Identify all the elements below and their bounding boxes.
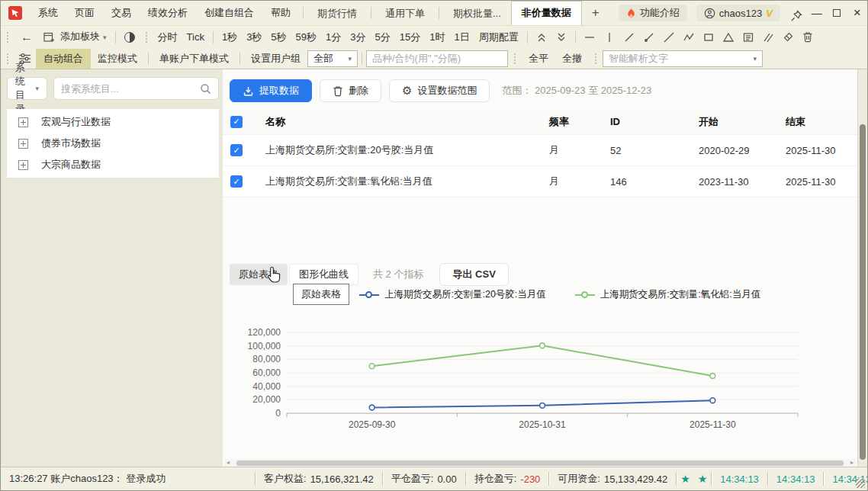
scroll-left-icon[interactable]: ◂ [227,459,230,467]
minimize-button[interactable]: — [806,1,827,25]
extract-data-button[interactable]: 提取数据 [230,79,312,102]
period-button[interactable]: 1时 [425,26,449,49]
trash-tool-icon[interactable] [798,26,818,49]
monitor-mode-button[interactable]: 监控模式 [91,49,144,69]
eraser-tool-icon[interactable] [778,26,798,49]
user-account-button[interactable]: chaos123 V [696,5,780,21]
auto-combo-toggle[interactable]: 自动组合 [36,49,91,69]
collapse-down-icon[interactable] [551,26,571,49]
period-button[interactable]: 1日 [449,26,474,49]
horizontal-scrollbar[interactable]: ◂ ▸ [224,459,856,467]
window-tab[interactable]: 通用下单 [375,2,435,25]
chart-mode-button[interactable]: 分时 [153,26,182,49]
expand-plus-icon[interactable] [18,117,28,127]
tree-item[interactable]: 债券市场数据 [7,133,219,154]
add-panel-icon[interactable] [39,26,59,49]
triangle-tool-icon[interactable] [719,26,738,49]
toolbar-drag-handle[interactable] [513,53,517,65]
window-tab[interactable]: 期货行情 [307,2,367,25]
legend-item[interactable]: 上海期货交易所:交割量:氧化铝:当月值 [575,288,760,301]
tree-item[interactable]: 宏观与行业数据 [7,111,219,133]
symbol-filter-input[interactable] [366,50,508,67]
rectangle-tool-icon[interactable] [699,26,719,49]
cancel-all-button[interactable]: 全撤 [555,49,589,69]
menu-item[interactable]: 交易 [103,1,140,25]
maximize-icon [833,9,841,17]
add-panel-button[interactable]: 添加板块▾ [59,25,111,49]
row-checkbox[interactable]: ✓ [230,144,243,156]
window-tab[interactable]: 非价量数据 [511,1,582,25]
tab-graph-curve[interactable]: 图形化曲线 [289,264,358,285]
close-all-button[interactable]: 全平 [522,49,555,69]
new-tab-button[interactable]: + [582,5,609,21]
select-all-checkbox[interactable]: ✓ [230,116,243,128]
legend-marker-icon [575,291,595,298]
scroll-right-icon[interactable]: ▸ [850,459,854,467]
table-row[interactable]: ✓上海期货交易所:交割量:氧化铝:当月值月1462023-11-302025-1… [223,166,857,197]
polyline-tool-icon[interactable] [679,26,699,49]
segment-tool-icon[interactable] [659,26,679,49]
single-account-mode-button[interactable]: 单账户下单模式 [153,49,236,69]
vertical-scrollbar[interactable] [857,69,867,468]
pin-icon[interactable] [786,4,807,22]
user-group-select[interactable]: 全部 ▾ [307,50,358,67]
tree-item-label: 大宗商品数据 [41,158,101,172]
menu-item[interactable]: 创建自组合 [196,1,262,25]
smart-parse-input[interactable] [609,53,750,64]
mouse-cursor-icon [265,266,282,284]
delete-button[interactable]: 删除 [320,79,381,102]
menu-item[interactable]: 页面 [66,1,103,25]
period-button[interactable]: 5秒 [266,26,291,49]
title-bar: 系统页面交易绩效分析创建自组合帮助 期货行情通用下单期权批量...非价量数据 +… [1,1,867,25]
smart-parse-combo[interactable]: ▾ [603,50,763,67]
period-button[interactable]: 3秒 [242,26,266,49]
horizontal-scroll-thumb[interactable] [236,461,844,466]
period-button[interactable]: 1分 [321,26,346,49]
user-icon [704,8,715,19]
close-button[interactable]: × [847,1,867,25]
period-button[interactable]: 1秒 [217,26,242,49]
period-button[interactable]: 5分 [371,26,395,49]
export-csv-button[interactable]: 导出 CSV [439,263,508,286]
expand-plus-icon[interactable] [18,139,28,149]
trend-line-tool-icon[interactable] [619,26,639,49]
toolbar-drag-handle[interactable] [5,31,10,43]
collapse-up-icon[interactable] [532,26,551,49]
menu-item[interactable]: 绩效分析 [140,1,196,25]
period-button[interactable]: 3分 [346,26,370,49]
horizontal-line-tool-icon[interactable] [580,26,600,49]
toolbar-drag-handle[interactable] [144,31,149,43]
feature-intro-button[interactable]: 功能介绍 [619,5,687,21]
chart-mode-button[interactable]: Tick [182,26,209,49]
toolbar-drag-handle[interactable] [593,53,598,65]
period-button[interactable]: 59秒 [291,26,321,49]
chevron-down-icon: ▾ [753,55,757,63]
table-row[interactable]: ✓上海期货交易所:交割量:20号胶:当月值月522020-02-292025-1… [223,135,857,166]
sidebar-search-input[interactable] [61,83,195,95]
toolbar-drag-handle[interactable] [5,53,10,65]
period-button[interactable]: 周期配置 [474,26,523,49]
set-data-range-button[interactable]: ⚙ 设置数据范围 [389,79,490,102]
row-checkbox[interactable]: ✓ [230,175,243,188]
vertical-scroll-thumb[interactable] [860,124,866,460]
expand-plus-icon[interactable] [18,160,28,170]
parallel-lines-tool-icon[interactable] [758,26,778,49]
vertical-line-tool-icon[interactable] [600,26,619,49]
period-button[interactable]: 15分 [395,26,425,49]
legend-item[interactable]: 上海期货交易所:交割量:20号胶:当月值 [359,288,546,301]
menu-item[interactable]: 帮助 [262,1,299,25]
set-user-group-button[interactable]: 设置用户组 [244,49,307,69]
resize-grip[interactable] [856,479,865,488]
back-button[interactable]: ← [14,30,39,44]
chart-mode-group: 分时Tick [153,26,209,49]
contrast-icon[interactable] [120,26,140,49]
sidebar-search-box[interactable] [53,77,219,100]
catalog-select[interactable]: 系统目录 ▾ [7,77,47,100]
menu-item[interactable]: 系统 [30,1,66,25]
svg-text:40,000: 40,000 [252,381,281,392]
window-tab[interactable]: 期权批量... [443,2,511,25]
tree-item[interactable]: 大宗商品数据 [7,154,219,175]
ray-line-tool-icon[interactable] [639,26,659,49]
text-note-tool-icon[interactable] [738,26,758,49]
maximize-button[interactable] [827,1,847,25]
